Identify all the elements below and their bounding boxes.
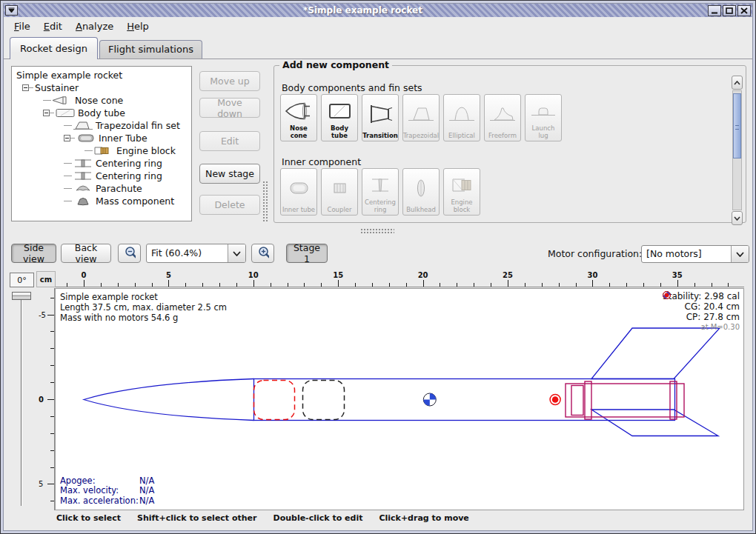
motor-combo-arrow[interactable] — [731, 246, 749, 262]
move-up-button[interactable]: Move up — [199, 71, 260, 91]
tree-item-label: Mass component — [94, 196, 174, 207]
add-elliptical-button[interactable]: Elliptical — [443, 94, 480, 141]
add-centering-ring-button[interactable]: Centering ring — [362, 168, 399, 216]
tree-item-trapezoidal-fin-set[interactable]: Trapezoidal fin set — [12, 119, 191, 132]
tree-expander-icon[interactable] — [43, 110, 50, 116]
tree-expander-icon[interactable] — [22, 84, 29, 91]
ruler-tick — [474, 283, 474, 287]
tree-item-centering-ring[interactable]: Centering ring — [12, 157, 191, 170]
menu-file[interactable]: File — [7, 19, 37, 34]
ruler-tick — [626, 283, 627, 287]
tree-item-label: Sustainer — [33, 82, 79, 93]
zoom-out-button[interactable] — [118, 244, 141, 263]
scrollbar-grip — [735, 125, 739, 130]
scrollbar-thumb[interactable] — [733, 93, 741, 158]
engineblock-icon — [447, 170, 477, 199]
motor-config-combo[interactable]: [No motors] — [641, 245, 749, 263]
add-engine-block-button[interactable]: Engine block — [443, 168, 480, 216]
tree-item-simple-example-rocket[interactable]: Simple example rocket — [12, 69, 191, 81]
scroll-down-button[interactable] — [732, 211, 743, 225]
rotation-slider-track[interactable] — [21, 296, 22, 506]
centering-ring-1-outline — [585, 381, 591, 419]
ruler-tick — [389, 283, 390, 287]
edit-button[interactable]: Edit — [199, 131, 260, 151]
status-hint: Double-click to edit — [273, 513, 363, 523]
ruler-tick — [304, 283, 305, 287]
maximize-button[interactable] — [723, 5, 736, 16]
tree-item-label: Trapezoidal fin set — [94, 120, 180, 131]
component-tree[interactable]: Simple example rocketSustainerNose coneB… — [11, 66, 192, 221]
back-view-button[interactable]: Back view — [61, 244, 111, 263]
ruler-label: 0 — [82, 271, 87, 279]
tree-item-label: Nose cone — [73, 95, 123, 106]
title-bar[interactable]: *Simple example rocket — [4, 4, 752, 17]
component-scrollbar[interactable] — [732, 76, 743, 225]
horizontal-splitter-handle[interactable] — [360, 228, 394, 234]
move-down-button[interactable]: Move down — [199, 98, 260, 118]
ruler-unit: cm — [36, 271, 56, 287]
rocket-figure-canvas[interactable]: Simple example rocket Length 37.5 cm, ma… — [55, 288, 744, 510]
bodytube-icon — [325, 96, 354, 125]
scroll-up-button[interactable] — [732, 76, 743, 90]
component-button-label: Launch lug — [526, 125, 560, 139]
ruler-label: 20 — [418, 271, 428, 279]
flight-value: N/A — [139, 485, 154, 495]
ruler-tick — [660, 283, 661, 287]
add-transition-button[interactable]: Transition — [362, 94, 399, 141]
chevron-up-icon — [734, 81, 740, 85]
add-freeform-button[interactable]: Freeform — [484, 94, 521, 141]
tab-rocket-design[interactable]: Rocket design — [10, 37, 98, 59]
vertical-splitter-handle[interactable] — [262, 181, 269, 222]
ruler-tick — [457, 283, 457, 287]
add-body-tube-button[interactable]: Body tube — [321, 94, 358, 141]
zoom-in-button[interactable] — [251, 244, 274, 263]
menu-help[interactable]: Help — [120, 19, 156, 34]
close-button[interactable] — [737, 5, 751, 16]
launchlug-icon — [528, 96, 558, 125]
delete-button[interactable]: Delete — [199, 195, 260, 215]
side-view-button[interactable]: Side view — [11, 244, 56, 263]
menu-analyze[interactable]: Analyze — [69, 19, 120, 34]
zoom-level-combo[interactable]: Fit (60.4%) — [146, 244, 246, 263]
tab-flight-simulations[interactable]: Flight simulations — [99, 40, 202, 59]
scrollbar-track[interactable] — [732, 90, 742, 210]
vertical-ruler: -505 — [36, 288, 55, 510]
tree-item-engine-block[interactable]: Engine block — [12, 144, 191, 157]
tree-item-centering-ring[interactable]: Centering ring — [12, 170, 191, 182]
new-stage-button[interactable]: New stage — [199, 164, 260, 184]
stage-1-toggle[interactable]: Stage 1 — [286, 244, 328, 263]
tree-item-nose-cone[interactable]: Nose cone — [12, 94, 191, 107]
add-launch-lug-button[interactable]: Launch lug — [525, 94, 562, 141]
ruler-tick — [712, 283, 712, 287]
status-hint: Click+drag to move — [379, 513, 468, 523]
add-nose-cone-button[interactable]: Nose cone — [280, 94, 317, 141]
menu-edit[interactable]: Edit — [37, 19, 69, 34]
tree-connector — [64, 201, 72, 201]
component-button-label: Bulkhead — [406, 207, 436, 213]
ruler-tick — [47, 315, 54, 316]
window-menu-icon[interactable] — [5, 5, 18, 16]
ruler-tick — [728, 283, 729, 287]
engine-block-outline — [571, 386, 583, 415]
add-coupler-button[interactable]: Coupler — [321, 168, 358, 216]
window-frame: *Simple example rocket FileEditAnalyzeHe… — [3, 3, 753, 531]
add-inner-tube-button[interactable]: Inner tube — [280, 168, 317, 216]
ruler-tick — [50, 365, 54, 366]
tree-expander-icon[interactable] — [64, 135, 70, 141]
tree-item-parachute[interactable]: Parachute — [12, 182, 191, 195]
tree-item-sustainer[interactable]: Sustainer — [12, 81, 191, 94]
zoom-combo-arrow[interactable] — [228, 244, 245, 262]
tree-item-inner-tube[interactable]: Inner Tube — [12, 132, 191, 144]
ruler-tick — [50, 501, 54, 501]
rotation-slider-handle[interactable] — [12, 292, 31, 300]
ruler-label: 0 — [39, 396, 44, 404]
window-menu-glyph — [8, 7, 15, 13]
minimize-button[interactable] — [708, 5, 721, 16]
tree-item-mass-component[interactable]: Mass component — [12, 195, 191, 207]
ruler-tick — [135, 283, 136, 287]
add-trapezoidal-button[interactable]: Trapezoidal — [402, 94, 440, 141]
tree-item-body-tube[interactable]: Body tube — [12, 107, 191, 119]
ruler-tick — [271, 283, 271, 287]
add-bulkhead-button[interactable]: Bulkhead — [402, 168, 440, 216]
flight-label: Max. acceleration: — [60, 496, 139, 507]
